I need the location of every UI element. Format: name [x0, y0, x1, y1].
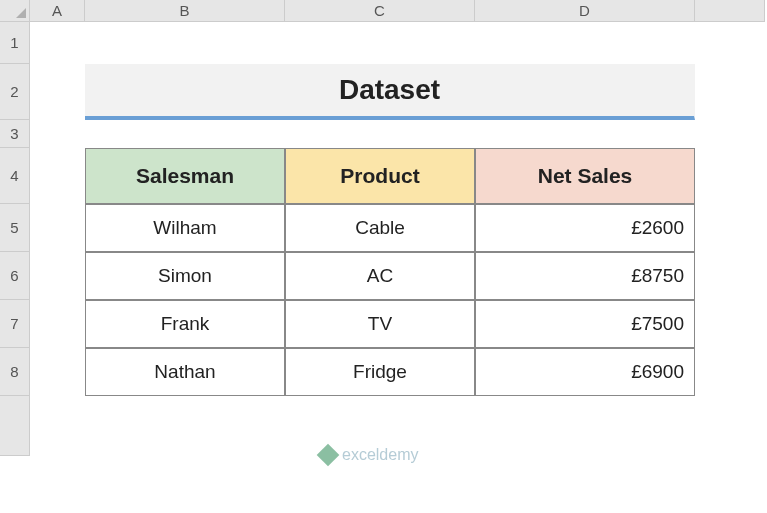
cell-product-1[interactable]: AC: [285, 252, 475, 300]
cell-netsales-2[interactable]: £7500: [475, 300, 695, 348]
cell-a2[interactable]: [30, 64, 85, 120]
cell-e5[interactable]: [695, 204, 765, 252]
cell-salesman-3[interactable]: Nathan: [85, 348, 285, 396]
cell-netsales-1[interactable]: £8750: [475, 252, 695, 300]
select-all-corner[interactable]: [0, 0, 30, 22]
watermark-text: exceldemy: [342, 446, 418, 464]
header-salesman[interactable]: Salesman: [85, 148, 285, 204]
row-header-9[interactable]: [0, 396, 30, 456]
row-header-8[interactable]: 8: [0, 348, 30, 396]
cell-e7[interactable]: [695, 300, 765, 348]
cell-a6[interactable]: [30, 252, 85, 300]
cell-salesman-2[interactable]: Frank: [85, 300, 285, 348]
cell-product-2[interactable]: TV: [285, 300, 475, 348]
header-product[interactable]: Product: [285, 148, 475, 204]
cell-b1[interactable]: [85, 22, 285, 64]
row-headers: 1 2 3 4 5 6 7 8: [0, 22, 30, 456]
cell-a9[interactable]: [30, 396, 85, 456]
row-header-4[interactable]: 4: [0, 148, 30, 204]
cell-d9[interactable]: [475, 396, 695, 456]
cell-e8[interactable]: [695, 348, 765, 396]
row-header-5[interactable]: 5: [0, 204, 30, 252]
cell-a5[interactable]: [30, 204, 85, 252]
cell-e2[interactable]: [695, 64, 765, 120]
cell-a3[interactable]: [30, 120, 85, 148]
cell-e3[interactable]: [695, 120, 765, 148]
cell-product-3[interactable]: Fridge: [285, 348, 475, 396]
row-header-7[interactable]: 7: [0, 300, 30, 348]
cell-product-0[interactable]: Cable: [285, 204, 475, 252]
cell-e1[interactable]: [695, 22, 765, 64]
cell-netsales-0[interactable]: £2600: [475, 204, 695, 252]
col-header-c[interactable]: C: [285, 0, 475, 22]
cell-b3[interactable]: [85, 120, 285, 148]
col-header-e[interactable]: [695, 0, 765, 22]
header-net-sales[interactable]: Net Sales: [475, 148, 695, 204]
cell-e9[interactable]: [695, 396, 765, 456]
cell-d3[interactable]: [475, 120, 695, 148]
row-header-3[interactable]: 3: [0, 120, 30, 148]
cell-d1[interactable]: [475, 22, 695, 64]
row-header-1[interactable]: 1: [0, 22, 30, 64]
col-header-a[interactable]: A: [30, 0, 85, 22]
cell-a8[interactable]: [30, 348, 85, 396]
title-cell[interactable]: Dataset: [85, 64, 695, 120]
row-header-6[interactable]: 6: [0, 252, 30, 300]
grid: Dataset Salesman Product Net Sales Wilha…: [30, 22, 765, 456]
cell-c3[interactable]: [285, 120, 475, 148]
watermark-icon: [317, 444, 340, 467]
watermark: exceldemy: [320, 446, 418, 464]
col-header-b[interactable]: B: [85, 0, 285, 22]
cell-a1[interactable]: [30, 22, 85, 64]
col-header-d[interactable]: D: [475, 0, 695, 22]
cell-a4[interactable]: [30, 148, 85, 204]
cell-e4[interactable]: [695, 148, 765, 204]
cell-salesman-1[interactable]: Simon: [85, 252, 285, 300]
cell-salesman-0[interactable]: Wilham: [85, 204, 285, 252]
column-headers: A B C D: [30, 0, 765, 22]
cell-c1[interactable]: [285, 22, 475, 64]
row-header-2[interactable]: 2: [0, 64, 30, 120]
cell-b9[interactable]: [85, 396, 285, 456]
cell-e6[interactable]: [695, 252, 765, 300]
cell-netsales-3[interactable]: £6900: [475, 348, 695, 396]
cell-a7[interactable]: [30, 300, 85, 348]
